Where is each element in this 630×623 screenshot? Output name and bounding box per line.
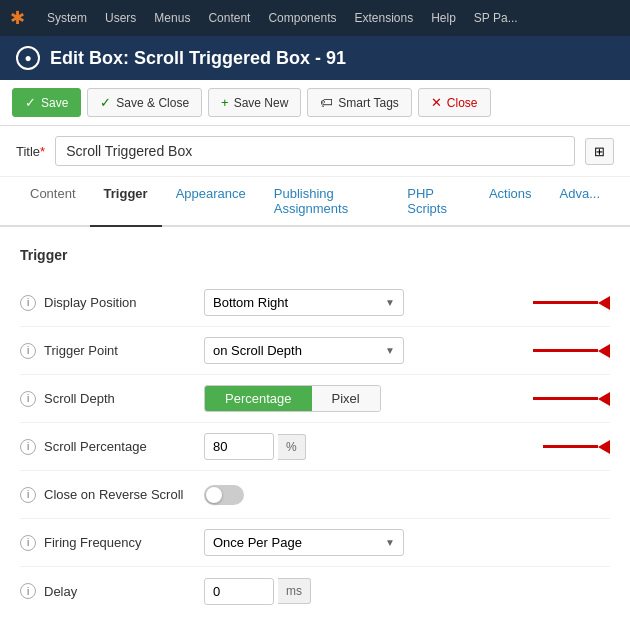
tag-icon: 🏷: [320, 95, 333, 110]
nav-help[interactable]: Help: [431, 11, 456, 25]
scroll-percentage-info[interactable]: i: [20, 439, 36, 455]
close-reverse-toggle[interactable]: [204, 485, 244, 505]
close-reverse-info[interactable]: i: [20, 487, 36, 503]
tab-adva[interactable]: Adva...: [546, 177, 614, 227]
display-position-label: Display Position: [44, 295, 204, 310]
page-title: Edit Box: Scroll Triggered Box - 91: [50, 48, 346, 69]
save-close-button[interactable]: ✓ Save & Close: [87, 88, 202, 117]
logo-icon: ✱: [10, 7, 25, 29]
delay-label: Delay: [44, 584, 204, 599]
close-button[interactable]: ✕ Close: [418, 88, 491, 117]
header-icon: ●: [16, 46, 40, 70]
title-icon-button[interactable]: ⊞: [585, 138, 614, 165]
display-position-value: Bottom Right: [213, 295, 288, 310]
title-label: Title*: [16, 144, 45, 159]
nav-extensions[interactable]: Extensions: [354, 11, 413, 25]
delay-unit: ms: [278, 578, 311, 604]
nav-components[interactable]: Components: [268, 11, 336, 25]
scroll-percentage-arrow: [543, 440, 610, 454]
save-label: Save: [41, 96, 68, 110]
nav-system[interactable]: System: [47, 11, 87, 25]
header-bar: ● Edit Box: Scroll Triggered Box - 91: [0, 36, 630, 80]
save-new-button[interactable]: + Save New: [208, 88, 301, 117]
tab-publishing[interactable]: Publishing Assignments: [260, 177, 393, 227]
trigger-point-arrow: [533, 344, 610, 358]
title-row: Title* ⊞: [0, 126, 630, 177]
display-position-arrow: [533, 296, 610, 310]
delay-info[interactable]: i: [20, 583, 36, 599]
firing-frequency-info[interactable]: i: [20, 535, 36, 551]
section-title: Trigger: [20, 247, 610, 263]
save-new-label: Save New: [234, 96, 289, 110]
firing-frequency-dropdown[interactable]: Once Per Page ▼: [204, 529, 404, 556]
required-marker: *: [40, 144, 45, 159]
check-icon: ✓: [100, 95, 111, 110]
percentage-unit: %: [278, 434, 306, 460]
dropdown-arrow-icon: ▼: [385, 537, 395, 548]
nav-menus[interactable]: Menus: [154, 11, 190, 25]
nav-users[interactable]: Users: [105, 11, 136, 25]
dropdown-arrow-icon: ▼: [385, 297, 395, 308]
toggle-knob: [206, 487, 222, 503]
toolbar: ✓ Save ✓ Save & Close + Save New 🏷 Smart…: [0, 80, 630, 126]
pixel-button[interactable]: Pixel: [312, 386, 380, 411]
delay-input[interactable]: [204, 578, 274, 605]
percentage-button[interactable]: Percentage: [205, 386, 312, 411]
firing-frequency-row: i Firing Frequency Once Per Page ▼: [20, 519, 610, 567]
tab-content[interactable]: Content: [16, 177, 90, 227]
save-icon: ✓: [25, 95, 36, 110]
trigger-point-dropdown[interactable]: on Scroll Depth ▼: [204, 337, 404, 364]
scroll-depth-row: i Scroll Depth Percentage Pixel: [20, 375, 610, 423]
nav-sp[interactable]: SP Pa...: [474, 11, 518, 25]
top-navigation: ✱ System Users Menus Content Components …: [0, 0, 630, 36]
close-icon: ✕: [431, 95, 442, 110]
tab-php[interactable]: PHP Scripts: [393, 177, 475, 227]
display-position-dropdown[interactable]: Bottom Right ▼: [204, 289, 404, 316]
smart-tags-label: Smart Tags: [338, 96, 398, 110]
scroll-percentage-row: i Scroll Percentage %: [20, 423, 610, 471]
smart-tags-button[interactable]: 🏷 Smart Tags: [307, 88, 411, 117]
close-reverse-row: i Close on Reverse Scroll: [20, 471, 610, 519]
dropdown-arrow-icon: ▼: [385, 345, 395, 356]
scroll-percentage-input[interactable]: [204, 433, 274, 460]
content-area: Trigger i Display Position Bottom Right …: [0, 227, 630, 623]
firing-frequency-value: Once Per Page: [213, 535, 302, 550]
save-close-label: Save & Close: [116, 96, 189, 110]
trigger-point-info[interactable]: i: [20, 343, 36, 359]
close-reverse-label: Close on Reverse Scroll: [44, 487, 204, 502]
scroll-depth-arrow: [533, 392, 610, 406]
trigger-point-row: i Trigger Point on Scroll Depth ▼: [20, 327, 610, 375]
scroll-percentage-label: Scroll Percentage: [44, 439, 204, 454]
trigger-point-label: Trigger Point: [44, 343, 204, 358]
delay-row: i Delay ms: [20, 567, 610, 615]
tab-trigger[interactable]: Trigger: [90, 177, 162, 227]
scroll-depth-info[interactable]: i: [20, 391, 36, 407]
plus-icon: +: [221, 95, 229, 110]
nav-content[interactable]: Content: [208, 11, 250, 25]
trigger-point-value: on Scroll Depth: [213, 343, 302, 358]
scroll-depth-toggle-group: Percentage Pixel: [204, 385, 381, 412]
firing-frequency-label: Firing Frequency: [44, 535, 204, 550]
display-position-info[interactable]: i: [20, 295, 36, 311]
close-label: Close: [447, 96, 478, 110]
tab-appearance[interactable]: Appearance: [162, 177, 260, 227]
scroll-depth-label: Scroll Depth: [44, 391, 204, 406]
tab-actions[interactable]: Actions: [475, 177, 546, 227]
save-button[interactable]: ✓ Save: [12, 88, 81, 117]
display-position-row: i Display Position Bottom Right ▼: [20, 279, 610, 327]
title-input[interactable]: [55, 136, 575, 166]
tabs-bar: Content Trigger Appearance Publishing As…: [0, 177, 630, 227]
